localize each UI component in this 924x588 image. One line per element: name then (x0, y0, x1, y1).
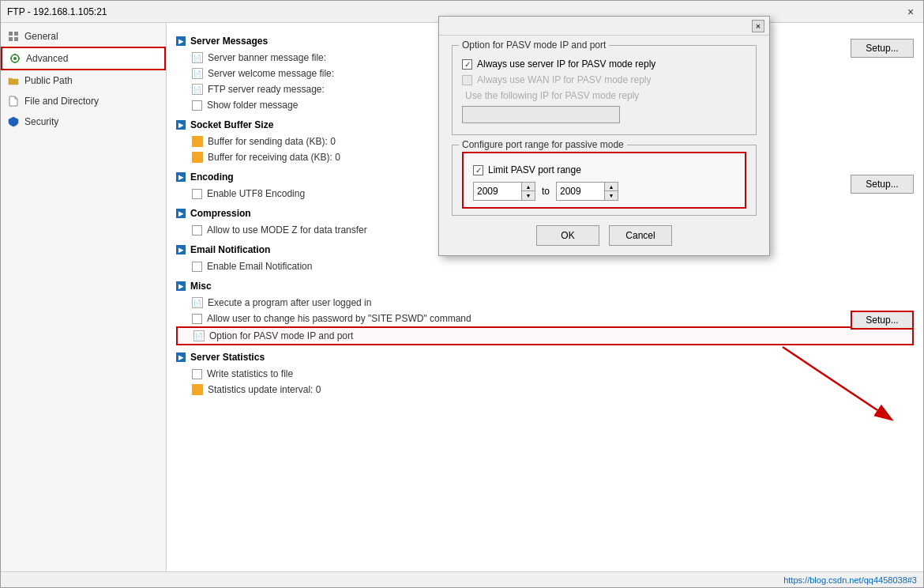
arrow-icon-encoding: ▶ (176, 172, 186, 182)
doc-icon-banner: 📄 (192, 52, 203, 63)
port-from-up[interactable]: ▲ (522, 183, 535, 191)
arrow-icon-socket: ▶ (176, 120, 186, 130)
utf8-checkbox[interactable] (192, 189, 202, 199)
misc-label: Misc (190, 281, 212, 292)
doc-icon-execute: 📄 (192, 297, 203, 308)
port-range-legend: Configure port range for passive mode (459, 139, 627, 150)
email-enable-label: Enable Email Notification (207, 261, 312, 272)
window-title: FTP - 192.168.1.105:21 (7, 6, 107, 17)
sidebar-label-general: General (24, 31, 58, 42)
email-checkbox[interactable] (192, 262, 202, 272)
port-from-down[interactable]: ▼ (522, 191, 535, 200)
svg-point-7 (14, 62, 16, 63)
to-label: to (542, 186, 550, 197)
use-wan-ip-label: Always use WAN IP for PASV mode reply (477, 74, 652, 85)
setup-button-2[interactable]: Setup... (851, 175, 914, 194)
ready-message-label: FTP server ready message: (208, 84, 325, 95)
show-folder-checkbox[interactable] (192, 100, 202, 111)
site-pswd-row[interactable]: Allow user to change his password by "SI… (176, 311, 914, 326)
use-following-ip-row: Use the following IP for PASV mode reply (462, 90, 746, 101)
port-to-up[interactable]: ▲ (605, 183, 618, 191)
close-button[interactable]: × (904, 6, 917, 18)
svg-rect-1 (14, 32, 18, 36)
server-stats-header: ▶ Server Statistics (176, 352, 914, 363)
server-stats-label: Server Statistics (190, 352, 265, 363)
doc-icon-pasv: 📄 (193, 330, 205, 341)
grid-icon (7, 30, 20, 43)
pasv-ip-legend: Option for PASV mode IP and port (459, 40, 609, 51)
sidebar-label-public-path: Public Path (24, 75, 73, 86)
sidebar: General Advanced (1, 23, 167, 571)
svg-point-8 (10, 58, 12, 59)
use-wan-ip-row[interactable]: Always use WAN IP for PASV mode reply (462, 74, 746, 85)
limit-pasv-row[interactable]: Limit PASV port range (473, 164, 735, 175)
arrow-icon: ▶ (176, 36, 186, 46)
utf8-label: Enable UTF8 Encoding (207, 188, 305, 199)
modez-checkbox[interactable] (192, 225, 202, 236)
port-from-spinner[interactable]: ▲ ▼ (473, 182, 535, 201)
limit-pasv-checkbox[interactable] (473, 165, 483, 175)
sidebar-item-security[interactable]: Security (1, 111, 166, 132)
port-range-box: Limit PASV port range ▲ ▼ to ▲ (462, 152, 746, 209)
svg-point-5 (13, 57, 17, 60)
pasv-option-label: Option for PASV mode IP and port (209, 330, 353, 341)
doc-icon-welcome: 📄 (192, 68, 203, 79)
port-to-input[interactable] (557, 183, 604, 200)
site-pswd-label: Allow user to change his password by "SI… (207, 313, 471, 324)
execute-program-label: Execute a program after user logged in (208, 297, 371, 308)
show-folder-label: Show folder message (207, 100, 298, 111)
ok-button[interactable]: OK (536, 225, 599, 246)
svg-rect-3 (14, 37, 18, 41)
status-url: https://blog.csdn.net/qq4458038#3 (783, 575, 917, 585)
ip-input[interactable] (462, 106, 620, 123)
port-to-spinner[interactable]: ▲ ▼ (556, 182, 618, 201)
svg-point-9 (18, 58, 20, 59)
use-wan-ip-checkbox[interactable] (462, 75, 472, 85)
svg-point-6 (14, 54, 16, 55)
cancel-button[interactable]: Cancel (609, 225, 672, 246)
recv-buffer-label: Buffer for receiving data (KB): 0 (208, 152, 340, 163)
dialog-close-button[interactable]: × (752, 20, 764, 32)
arrow-icon-email: ▶ (176, 245, 186, 254)
sidebar-item-advanced[interactable]: Advanced (1, 47, 166, 70)
sidebar-label-file-directory: File and Directory (24, 96, 99, 107)
write-stats-label: Write statistics to file (207, 368, 293, 379)
encoding-label: Encoding (190, 172, 234, 183)
sidebar-item-public-path[interactable]: Public Path (1, 70, 166, 91)
misc-header: ▶ Misc (176, 281, 914, 292)
status-bar: https://blog.csdn.net/qq4458038#3 (1, 571, 923, 587)
arrow-icon-compression: ▶ (176, 209, 186, 218)
arrow-icon-stats: ▶ (176, 352, 186, 362)
email-label: Email Notification (190, 244, 270, 255)
file-icon (7, 95, 20, 107)
modez-label: Allow to use MODE Z for data transfer (207, 224, 367, 236)
svg-rect-2 (9, 37, 13, 41)
welcome-message-label: Server welcome message file: (208, 68, 334, 79)
sidebar-item-general[interactable]: General (1, 26, 166, 47)
pasv-ip-section: Option for PASV mode IP and port Always … (452, 45, 757, 135)
pasv-option-row[interactable]: 📄 Option for PASV mode IP and port (176, 326, 914, 345)
site-pswd-checkbox[interactable] (192, 314, 202, 324)
folder-icon (7, 74, 20, 87)
dialog-buttons: OK Cancel (452, 225, 757, 246)
setup-button-1[interactable]: Setup... (851, 39, 914, 58)
sidebar-item-file-directory[interactable]: File and Directory (1, 91, 166, 111)
arrow-icon-misc: ▶ (176, 281, 186, 291)
write-stats-row[interactable]: Write statistics to file (176, 366, 914, 382)
use-server-ip-checkbox[interactable] (462, 59, 472, 70)
doc-icon-ready: 📄 (192, 84, 203, 95)
use-server-ip-row[interactable]: Always use server IP for PASV mode reply (462, 58, 746, 70)
sidebar-label-advanced: Advanced (26, 53, 68, 64)
ip-input-row (462, 106, 746, 123)
port-from-input[interactable] (474, 183, 521, 200)
banner-message-label: Server banner message file: (208, 52, 326, 63)
stats-interval-row: Statistics update interval: 0 (176, 382, 914, 398)
shield-icon (7, 115, 20, 128)
port-to-down[interactable]: ▼ (605, 191, 618, 200)
port-from-spinner-btns: ▲ ▼ (521, 183, 535, 200)
doc-icon-send (192, 136, 203, 147)
doc-icon-stats-interval (192, 384, 203, 395)
email-enable-row[interactable]: Enable Email Notification (176, 258, 914, 274)
setup-button-3[interactable]: Setup... (851, 311, 914, 330)
write-stats-checkbox[interactable] (192, 369, 202, 379)
